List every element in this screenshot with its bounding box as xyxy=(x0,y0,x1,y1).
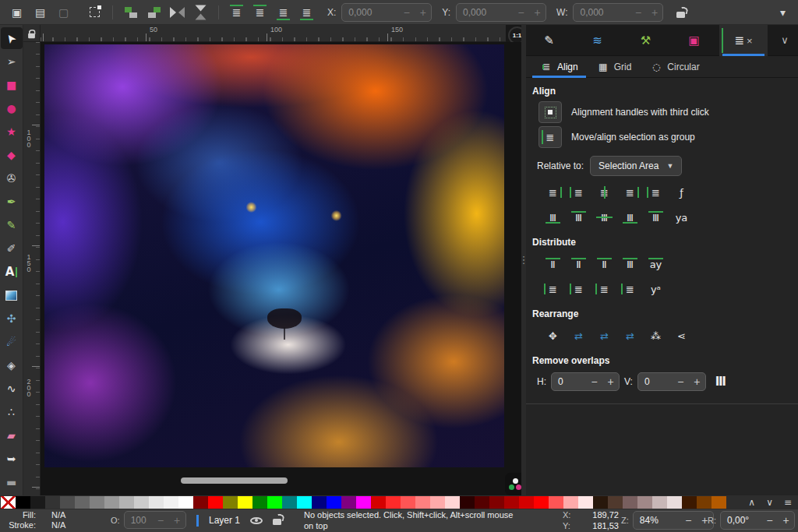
dock-overflow-chevron[interactable]: ∨ xyxy=(772,25,798,55)
arrange-connector-network[interactable]: ✥ xyxy=(542,327,564,344)
palette-swatch[interactable] xyxy=(697,496,711,509)
mesh-gradient-tool[interactable]: ✣ xyxy=(1,308,23,329)
palette-swatch[interactable] xyxy=(1,496,16,509)
palette-menu-button[interactable]: ≡ xyxy=(784,497,792,508)
make-horizontal-gaps-equal[interactable]: Ⅲ xyxy=(619,255,641,273)
palette-swatch[interactable] xyxy=(208,496,223,509)
palette-swatch[interactable] xyxy=(534,496,549,509)
y-decrement-button[interactable]: − xyxy=(513,6,529,19)
raise-button[interactable]: ≣ xyxy=(249,2,270,23)
palette-swatch[interactable] xyxy=(238,496,252,509)
close-icon[interactable]: × xyxy=(747,35,753,47)
tab-grid[interactable]: ▦ Grid xyxy=(588,56,641,78)
move-as-group-toggle[interactable]: ≣ xyxy=(538,126,562,148)
v-gap-input[interactable]: 0 xyxy=(638,376,673,387)
palette-swatch[interactable] xyxy=(460,496,475,509)
align-right-to-anchor-left[interactable]: ≣ xyxy=(542,184,564,201)
selection-box-toggle-button[interactable] xyxy=(84,2,105,23)
selector-tool[interactable]: ➤ xyxy=(1,27,23,49)
palette-swatch[interactable] xyxy=(371,496,386,509)
x-input[interactable]: 0,000 xyxy=(342,7,398,18)
ruler-corner[interactable] xyxy=(23,25,41,42)
palette-swatch[interactable] xyxy=(445,496,460,509)
spray-tool[interactable]: ∴ xyxy=(1,401,23,423)
horizontal-scrollbar[interactable] xyxy=(41,477,526,484)
distribute-text-baselines-vertical[interactable]: yᵃ xyxy=(644,280,667,298)
exchange-in-selection-order[interactable]: ⇄ xyxy=(567,327,590,344)
eraser-tool[interactable]: ▰ xyxy=(1,425,23,446)
raise-to-top-button[interactable]: ≣ xyxy=(226,2,247,23)
palette-swatch[interactable] xyxy=(504,496,519,509)
palette-swatch[interactable] xyxy=(682,496,697,509)
rotation-decrement[interactable]: − xyxy=(761,514,778,527)
remove-overlaps-button[interactable]: Ⅲ xyxy=(711,372,731,391)
align-bottom-edges[interactable]: Ⅲ xyxy=(619,209,641,226)
opacity-increment[interactable]: + xyxy=(169,514,185,527)
w-input[interactable]: 0,000 xyxy=(574,7,630,18)
palette-swatch[interactable] xyxy=(164,496,178,509)
w-decrement-button[interactable]: − xyxy=(630,6,646,19)
palette-swatch[interactable] xyxy=(327,496,341,509)
palette-swatch[interactable] xyxy=(475,496,489,509)
dialog-tab-align-distribute[interactable]: ≣ × xyxy=(719,25,768,56)
spiral-tool[interactable]: ✇ xyxy=(1,167,23,189)
connector-tool[interactable]: ➥ xyxy=(1,448,23,470)
w-increment-button[interactable]: + xyxy=(646,6,662,19)
palette-swatch[interactable] xyxy=(356,496,371,509)
palette-swatch[interactable] xyxy=(16,496,30,509)
rotate-cw-button[interactable] xyxy=(143,2,164,23)
zoom-decrement[interactable]: − xyxy=(680,514,697,527)
opacity-decrement[interactable]: − xyxy=(153,514,169,527)
distribute-left-edges[interactable]: Ⅱ xyxy=(542,255,564,273)
palette-swatch[interactable] xyxy=(90,496,104,509)
align-bottom-to-anchor-top[interactable]: Ⅲ xyxy=(542,209,564,226)
select-all-button[interactable]: ▣ xyxy=(6,2,27,23)
rotate-ccw-button[interactable] xyxy=(120,2,141,23)
layer-lock-toggle[interactable] xyxy=(273,514,281,527)
palette-swatch[interactable] xyxy=(75,496,90,509)
measure-tool[interactable]: ▬ xyxy=(1,471,23,493)
palette-swatch[interactable] xyxy=(104,496,119,509)
palette-swatch[interactable] xyxy=(578,496,593,509)
layer-visibility-toggle[interactable] xyxy=(250,515,263,527)
center-on-horizontal-axis[interactable]: Ⅲ xyxy=(593,209,616,226)
palette-swatch[interactable] xyxy=(193,496,208,509)
palette-swatch[interactable] xyxy=(667,496,682,509)
palette-swatch[interactable] xyxy=(489,496,504,509)
palette-swatch[interactable] xyxy=(401,496,415,509)
palette-swatch[interactable] xyxy=(519,496,534,509)
flip-vertical-button[interactable] xyxy=(190,2,211,23)
x-increment-button[interactable]: + xyxy=(415,6,431,19)
opacity-input[interactable]: 100 xyxy=(125,515,153,526)
y-increment-button[interactable]: + xyxy=(529,6,546,19)
lower-button[interactable]: ≣ xyxy=(273,2,294,23)
distribute-bottom-edges[interactable]: ≣ xyxy=(593,280,616,298)
palette-swatch[interactable] xyxy=(386,496,401,509)
deselect-button[interactable]: ▢ xyxy=(53,2,74,23)
h-gap-increment[interactable]: + xyxy=(602,375,619,388)
pen-tool[interactable]: ✒ xyxy=(1,191,23,213)
tweak-tool[interactable]: ∿ xyxy=(1,378,23,400)
rotation-input[interactable]: 0,00° xyxy=(721,515,761,526)
vertical-ruler[interactable]: 100150200 xyxy=(23,42,41,495)
align-top-to-anchor-bottom[interactable]: Ⅲ xyxy=(644,209,667,226)
dialog-tab-fill-stroke[interactable]: ✎ xyxy=(526,25,574,56)
distribute-top-edges[interactable]: ≣ xyxy=(542,280,564,298)
palette-swatch[interactable] xyxy=(149,496,164,509)
exchange-in-clicked-order[interactable]: ⇄ xyxy=(619,327,641,344)
align-text-baselines[interactable]: ya xyxy=(670,209,693,226)
scrollbar-thumb[interactable] xyxy=(181,477,288,484)
palette-scroll-down-button[interactable]: ∨ xyxy=(766,497,773,508)
h-gap-decrement[interactable]: − xyxy=(586,375,602,388)
ellipse-tool[interactable]: ● xyxy=(1,97,23,119)
unclump-objects[interactable]: ⋖ xyxy=(670,327,693,344)
relative-to-dropdown[interactable]: Selection Area ▼ xyxy=(590,156,682,176)
palette-swatch[interactable] xyxy=(623,496,637,509)
zoom-input[interactable]: 84% xyxy=(634,515,680,526)
palette-swatch[interactable] xyxy=(711,496,726,509)
align-left-to-anchor-right[interactable]: ≣ xyxy=(644,184,667,201)
pencil-tool[interactable]: ✎ xyxy=(1,214,23,236)
palette-swatch[interactable] xyxy=(563,496,578,509)
calligraphy-tool[interactable]: ✐ xyxy=(1,238,23,259)
tab-circular[interactable]: ◌ Circular xyxy=(641,56,708,78)
